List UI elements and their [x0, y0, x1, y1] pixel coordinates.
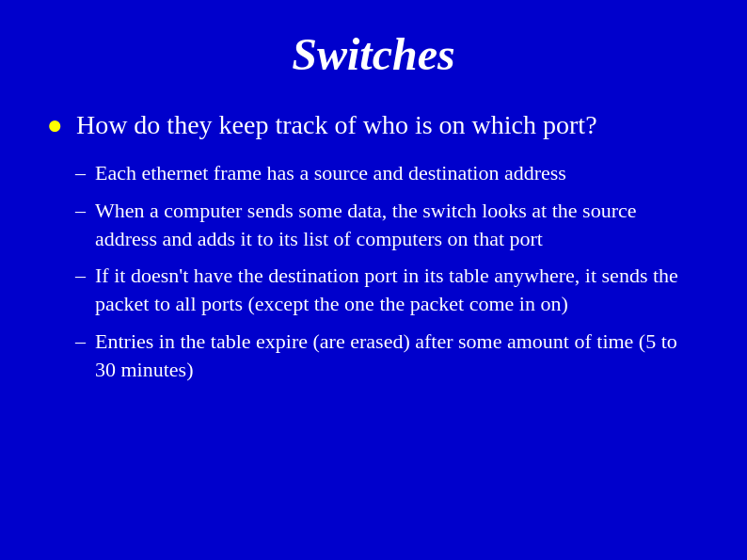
main-bullet-text: How do they keep track of who is on whic… [76, 108, 597, 142]
sub-bullet-dash-4: – [75, 328, 86, 356]
sub-bullet-dash-1: – [75, 159, 86, 187]
sub-bullet-text-1: Each ethernet frame has a source and des… [95, 159, 700, 187]
sub-bullet-text-4: Entries in the table expire (are erased)… [95, 328, 700, 383]
sub-bullet-text-2: When a computer sends some data, the swi… [95, 197, 700, 252]
sub-bullet-4: – Entries in the table expire (are erase… [75, 328, 700, 383]
sub-bullet-3: – If it doesn't have the destination por… [75, 262, 700, 317]
sub-bullet-text-3: If it doesn't have the destination port … [95, 262, 700, 317]
sub-bullet-2: – When a computer sends some data, the s… [75, 197, 700, 252]
slide: Switches ● How do they keep track of who… [0, 0, 747, 560]
bullet-dot-icon: ● [47, 110, 63, 140]
sub-bullet-1: – Each ethernet frame has a source and d… [75, 159, 700, 187]
sub-bullet-dash-2: – [75, 197, 86, 225]
main-bullet: ● How do they keep track of who is on wh… [47, 108, 700, 142]
sub-bullet-dash-3: – [75, 262, 86, 290]
slide-title: Switches [47, 28, 700, 80]
sub-bullets-list: – Each ethernet frame has a source and d… [75, 159, 700, 383]
